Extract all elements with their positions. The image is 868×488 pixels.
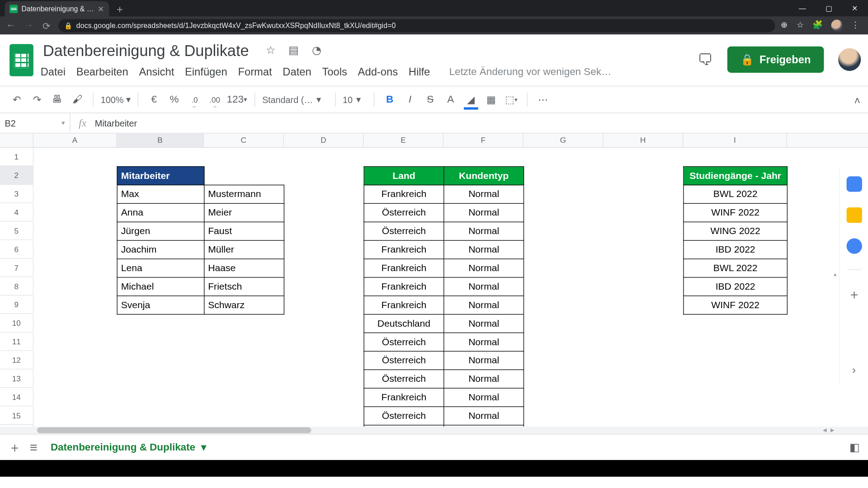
cell[interactable]: Schwarz [204,296,284,314]
col-header[interactable]: A [33,133,117,147]
cell[interactable]: Deutschland [364,314,444,333]
close-window-button[interactable]: ✕ [842,0,868,17]
cell[interactable]: Österreich [364,203,444,222]
account-avatar[interactable] [838,48,861,71]
cell[interactable]: Haase [204,259,284,277]
font-size-select[interactable]: 10▾ [343,94,367,105]
chevron-down-icon[interactable]: ▾ [201,441,207,454]
tasks-icon[interactable] [846,238,862,253]
italic-button[interactable]: I [401,90,418,108]
cell[interactable]: Jürgen [117,222,204,240]
col-header[interactable]: H [604,133,684,147]
table-header[interactable]: Land [364,167,444,185]
share-button[interactable]: 🔒 Freigeben [727,47,824,73]
menu-bearbeiten[interactable]: Bearbeiten [76,66,128,79]
menu-tools[interactable]: Tools [322,66,347,79]
row-header[interactable]: 11 [0,333,33,351]
calendar-icon[interactable] [846,176,862,192]
sheet-tab[interactable]: Datenbereinigung & Duplikate ▾ [46,441,211,454]
menu-addons[interactable]: Add-ons [358,66,398,79]
col-header[interactable]: B [117,133,204,147]
chrome-menu-icon[interactable]: ⋮ [851,20,859,32]
scrollbar-thumb[interactable] [37,427,311,433]
extensions-icon[interactable]: 🧩 [812,20,822,32]
reload-button[interactable]: ⟳ [41,20,52,31]
cell[interactable]: Normal [444,370,524,388]
cell[interactable]: Müller [204,240,284,259]
row-header[interactable]: 6 [0,240,33,258]
keep-icon[interactable] [846,207,862,223]
row-header[interactable]: 2 [0,166,33,185]
cell[interactable]: Meier [204,203,284,222]
sheets-logo-icon[interactable] [9,44,33,76]
print-button[interactable]: 🖶 [49,90,66,108]
forward-button[interactable]: → [23,20,34,31]
table-land-kundentyp[interactable]: LandKundentyp FrankreichNormal Österreic… [363,166,524,427]
comments-icon[interactable]: 🗨 [698,50,713,69]
cell[interactable]: Normal [444,222,524,240]
currency-button[interactable]: € [146,90,162,108]
back-button[interactable]: ← [5,20,17,31]
cell[interactable]: Frietsch [204,277,284,296]
row-header[interactable]: 5 [0,222,33,240]
cell[interactable]: Lena [117,259,204,277]
cell[interactable]: Normal [444,407,524,425]
cell[interactable]: Normal [444,333,524,351]
redo-button[interactable]: ↷ [28,90,45,108]
cell[interactable]: Normal [444,203,524,222]
cell[interactable]: Joachim [117,240,204,259]
horizontal-scrollbar[interactable]: ◂ ▸ [0,427,868,434]
cell[interactable]: Österreich [364,333,444,351]
strikethrough-button[interactable]: S [422,90,439,108]
cell[interactable]: Anna [117,203,204,222]
cell[interactable]: WINF 2022 [684,296,787,314]
borders-button[interactable]: ▦ [483,90,500,108]
cell[interactable]: Svenja [117,296,204,314]
spreadsheet-grid[interactable]: 1 2 3 4 5 6 7 8 9 10 11 12 13 14 15 A B … [0,133,868,427]
decrease-decimal-button[interactable]: .0← [186,90,203,108]
name-box[interactable]: B2 ▾ [0,113,71,133]
bookmark-icon[interactable]: ☆ [797,20,804,32]
cell[interactable]: Frankreich [364,388,444,407]
cell[interactable]: Österreich [364,222,444,240]
close-tab-icon[interactable]: ✕ [98,5,104,14]
row-header[interactable]: 14 [0,388,33,406]
cell[interactable]: Normal [444,277,524,296]
move-icon[interactable]: ▤ [288,43,298,56]
zoom-select[interactable]: 100% ▾ [101,94,131,105]
minimize-button[interactable]: — [789,0,816,17]
table-studiengaenge[interactable]: Studiengänge - Jahr BWL 2022 WINF 2022 W… [683,166,788,314]
all-sheets-button[interactable]: ≡ [30,440,38,455]
cell[interactable]: Frankreich [364,240,444,259]
row-header[interactable]: 4 [0,203,33,222]
collapse-toolbar-button[interactable]: ʌ [854,94,860,105]
col-header[interactable]: D [284,133,364,147]
cell[interactable]: Österreich [364,351,444,370]
cell[interactable]: Faust [204,222,284,240]
cell[interactable]: Frankreich [364,277,444,296]
undo-button[interactable]: ↶ [8,90,25,108]
cell[interactable]: IBD 2022 [684,240,787,259]
table-mitarbeiter[interactable]: Mitarbeiter MaxMustermann AnnaMeier Jürg… [117,166,284,314]
menu-einfuegen[interactable]: Einfügen [185,66,227,79]
cell[interactable]: Frankreich [364,296,444,314]
add-sheet-button[interactable]: ＋ [8,438,21,456]
menu-daten[interactable]: Daten [283,66,311,79]
font-select[interactable]: Standard (…▾ [262,94,328,105]
menu-datei[interactable]: Datei [41,66,66,79]
paint-format-button[interactable]: 🖌 [69,90,86,108]
more-toolbar-button[interactable]: ⋯ [535,90,552,108]
cell[interactable]: Normal [444,240,524,259]
explore-button[interactable]: ◧ [849,441,859,454]
cell[interactable]: Frankreich [364,185,444,203]
address-bar[interactable]: 🔒 docs.google.com/spreadsheets/d/1Jevzbk… [58,19,775,32]
col-header[interactable]: E [363,133,443,147]
cell[interactable]: Normal [444,388,524,407]
maximize-button[interactable]: ▢ [816,0,842,17]
row-header[interactable]: 9 [0,296,33,314]
table-header[interactable]: Studiengänge - Jahr [684,167,787,185]
text-color-button[interactable]: A [442,90,459,108]
bold-button[interactable]: B [382,90,398,108]
cell[interactable]: BWL 2022 [684,185,787,203]
profile-avatar[interactable] [831,20,843,32]
